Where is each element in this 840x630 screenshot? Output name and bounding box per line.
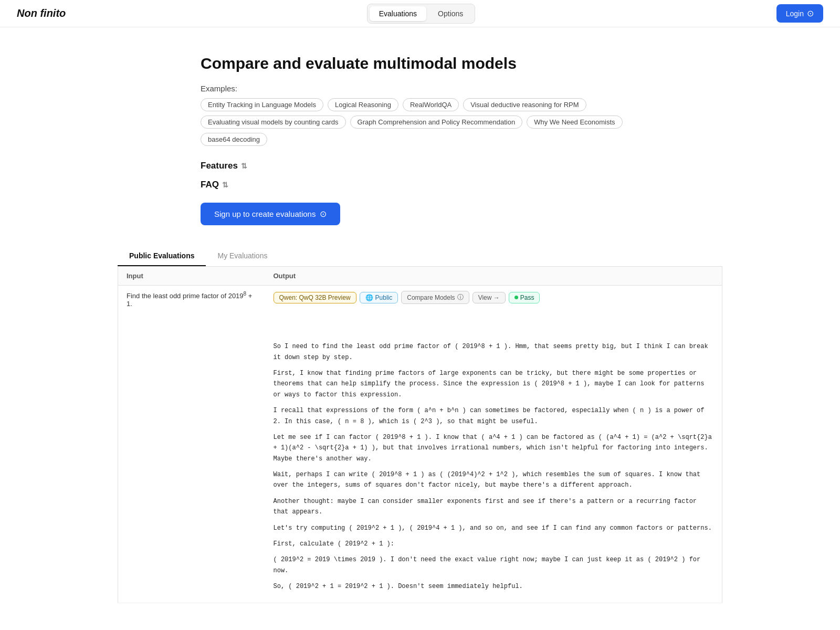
badge-model: Qwen: QwQ 32B Preview xyxy=(274,292,356,303)
tag-item[interactable]: Entity Tracking in Language Models xyxy=(201,98,323,111)
col-header-input: Input xyxy=(118,267,265,286)
hero-section: Compare and evaluate multimodal models E… xyxy=(184,55,656,246)
table-row: Find the least odd prime factor of 20198… xyxy=(118,286,722,603)
output-paragraph: First, calculate ( 2019^2 + 1 ): xyxy=(274,539,714,549)
badge-pass: Pass xyxy=(509,292,540,303)
tag-item[interactable]: Evaluating visual models by counting car… xyxy=(201,116,346,129)
login-button[interactable]: Login ⊙ xyxy=(776,4,823,23)
login-icon: ⊙ xyxy=(807,8,814,18)
output-text-container: So I need to find the least odd prime fa… xyxy=(274,309,714,592)
signup-label: Sign up to create evaluations xyxy=(214,209,316,218)
public-globe-icon: 🌐 xyxy=(365,294,373,301)
nav-tab-options[interactable]: Options xyxy=(428,6,472,21)
pass-dot-icon xyxy=(514,296,518,299)
features-toggle[interactable]: Features ⇅ xyxy=(201,161,639,171)
output-paragraph: First, I know that finding prime factors… xyxy=(274,368,714,400)
badge-compare-models[interactable]: Compare Models ⓘ xyxy=(401,291,469,304)
tag-item[interactable]: Visual deductive reasoning for RPM xyxy=(463,98,586,111)
signup-button[interactable]: Sign up to create evaluations ⊙ xyxy=(201,203,340,225)
features-chevron-icon: ⇅ xyxy=(241,162,247,170)
login-label: Login xyxy=(786,9,804,18)
output-paragraph: Another thought: maybe I can consider sm… xyxy=(274,496,714,518)
tag-item[interactable]: Why We Need Economists xyxy=(527,116,622,129)
output-paragraph: Let's try computing ( 2019^2 + 1 ), ( 20… xyxy=(274,523,714,533)
tag-item[interactable]: RealWorldQA xyxy=(403,98,459,111)
tab-public-evaluations[interactable]: Public Evaluations xyxy=(118,246,206,266)
brand: Non finito xyxy=(17,7,66,19)
faq-chevron-icon: ⇅ xyxy=(222,181,228,189)
nav-tabs: Evaluations Options xyxy=(367,4,476,24)
output-cell: Qwen: QwQ 32B Preview 🌐 Public Compare M… xyxy=(265,286,722,603)
input-cell: Find the least odd prime factor of 20198… xyxy=(118,286,265,603)
tag-item[interactable]: Graph Comprehension and Policy Recommend… xyxy=(350,116,523,129)
tags-container: Entity Tracking in Language ModelsLogica… xyxy=(201,98,639,146)
nav-tab-evaluations[interactable]: Evaluations xyxy=(370,6,426,21)
hero-title: Compare and evaluate multimodal models xyxy=(201,55,639,72)
output-paragraph: Let me see if I can factor ( 2019^8 + 1 … xyxy=(274,432,714,464)
features-label: Features xyxy=(201,161,238,171)
examples-label: Examples: xyxy=(201,84,639,93)
output-paragraph: Wait, perhaps I can write ( 2019^8 + 1 )… xyxy=(274,469,714,491)
faq-toggle[interactable]: FAQ ⇅ xyxy=(201,180,639,190)
output-paragraph: ( 2019^2 = 2019 \times 2019 ). I don't n… xyxy=(274,554,714,576)
output-paragraph: So I need to find the least odd prime fa… xyxy=(274,341,714,363)
output-paragraph: I recall that expressions of the form ( … xyxy=(274,405,714,427)
faq-label: FAQ xyxy=(201,180,219,190)
col-header-output: Output xyxy=(265,267,722,286)
evaluations-section: Public Evaluations My Evaluations Input … xyxy=(105,246,735,624)
tag-item[interactable]: Logical Reasoning xyxy=(328,98,398,111)
navbar: Non finito Evaluations Options Login ⊙ xyxy=(0,0,840,27)
tag-item[interactable]: base64 decoding xyxy=(201,133,267,146)
input-text: Find the least odd prime factor of 20198… xyxy=(127,291,257,308)
signup-icon: ⊙ xyxy=(320,209,327,219)
info-icon: ⓘ xyxy=(457,293,464,302)
tab-my-evaluations[interactable]: My Evaluations xyxy=(206,246,279,266)
output-badges: Qwen: QwQ 32B Preview 🌐 Public Compare M… xyxy=(274,291,714,304)
evaluations-table: Input Output Find the least odd prime fa… xyxy=(118,267,722,603)
eval-tabs-container: Public Evaluations My Evaluations xyxy=(118,246,722,267)
badge-public: 🌐 Public xyxy=(360,292,398,303)
output-paragraph: So, ( 2019^2 + 1 = 2019^2 + 1 ). Doesn't… xyxy=(274,581,714,592)
badge-view[interactable]: View → xyxy=(472,292,506,303)
